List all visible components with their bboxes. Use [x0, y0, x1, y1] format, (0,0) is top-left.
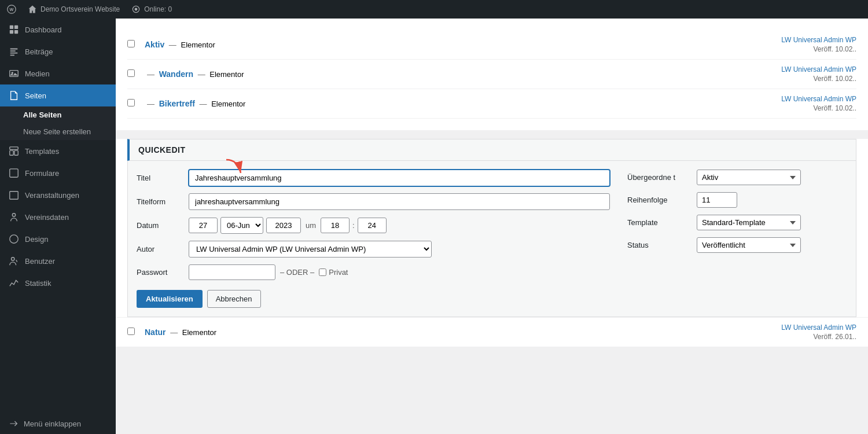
checkbox-bikertreff-input[interactable] — [127, 99, 135, 106]
qe-row-titelform: Titelform — [137, 193, 610, 210]
date-hour-input[interactable] — [321, 218, 350, 233]
svg-rect-6 — [10, 30, 13, 34]
page-author-natur[interactable]: LW Universal Admin WP — [781, 323, 856, 332]
date-day-input[interactable] — [189, 218, 218, 233]
titelform-input[interactable] — [189, 193, 610, 210]
page-right-bikertreff: LW Universal Admin WP Veröff. 10.02.. — [781, 95, 856, 112]
sidebar-item-veranstaltungen[interactable]: Veranstaltungen — [0, 184, 116, 206]
page-suffix-natur: Elementor — [182, 328, 216, 337]
page-date-bikertreff: Veröff. 10.02.. — [813, 104, 856, 112]
password-input[interactable] — [189, 264, 275, 280]
template-select[interactable]: Standard-Template — [697, 215, 801, 230]
svg-point-16 — [12, 258, 14, 260]
quickedit-header: QUICKEDIT — [127, 139, 856, 161]
autor-select[interactable]: LW Universal Admin WP (LW Universal Admi… — [189, 241, 432, 258]
checkbox-aktiv[interactable] — [127, 40, 139, 49]
qe-row-status: Status Veröffentlicht — [627, 237, 847, 253]
forms-icon — [9, 168, 19, 178]
checkbox-wandern-input[interactable] — [127, 69, 135, 77]
page-author-aktiv[interactable]: LW Universal Admin WP — [781, 36, 856, 44]
checkbox-wandern[interactable] — [127, 69, 139, 79]
dashboard-icon — [9, 24, 19, 35]
page-author-bikertreff[interactable]: LW Universal Admin WP — [781, 95, 856, 103]
sidebar-item-statistik[interactable]: Statistik — [0, 272, 116, 294]
sidebar-item-formulare[interactable]: Formulare — [0, 162, 116, 184]
sidebar-item-formulare-label: Formulare — [25, 169, 59, 178]
site-name-item[interactable]: Demo Ortsverein Website — [28, 5, 120, 14]
svg-rect-12 — [14, 150, 18, 155]
sidebar-item-design[interactable]: Design — [0, 228, 116, 250]
qe-label-datum: Datum — [137, 221, 183, 230]
separator-bikertreff: — — [200, 100, 209, 108]
titel-input[interactable] — [189, 170, 610, 186]
home-icon — [28, 5, 37, 14]
status-select[interactable]: Veröffentlicht — [697, 237, 801, 253]
online-label: Online: 0 — [144, 5, 172, 13]
date-minute-input[interactable] — [358, 218, 387, 233]
page-author-wandern[interactable]: LW Universal Admin WP — [781, 65, 856, 73]
uebergeordnet-select[interactable]: Aktiv — [697, 170, 801, 185]
qe-row-passwort: Passwort – ODER – Privat — [137, 264, 610, 280]
page-title-aktiv: Aktiv — Elementor — [145, 40, 215, 49]
quickedit-body: Titel — [127, 161, 856, 317]
date-month-select[interactable]: 06-Jun — [220, 217, 263, 234]
wp-logo-item[interactable]: W — [7, 5, 16, 14]
page-date-aktiv: Veröff. 10.02.. — [813, 45, 856, 53]
sidebar-item-dashboard[interactable]: Dashboard — [0, 19, 116, 41]
page-date-natur: Veröff. 26.01.. — [813, 333, 856, 341]
checkbox-aktiv-input[interactable] — [127, 40, 135, 47]
design-icon — [9, 234, 19, 244]
sidebar-item-benutzer-label: Benutzer — [25, 257, 55, 266]
sidebar-item-templates[interactable]: Templates — [0, 140, 116, 162]
page-link-bikertreff[interactable]: Bikertreff — [159, 99, 195, 108]
stats-icon — [9, 278, 19, 288]
page-link-natur[interactable]: Natur — [145, 328, 166, 337]
um-label: um — [306, 221, 316, 230]
qe-label-passwort: Passwort — [137, 268, 183, 277]
qe-row-datum: Datum 06-Jun um : — [137, 217, 610, 234]
page-link-wandern[interactable]: Wandern — [159, 69, 193, 79]
sidebar-item-templates-label: Templates — [25, 147, 59, 156]
page-suffix-bikertreff: Elementor — [211, 100, 245, 108]
time-separator: : — [352, 221, 355, 230]
sidebar-subitem-neue-seite[interactable]: Neue Seite erstellen — [0, 123, 116, 140]
abbrechen-button[interactable]: Abbrechen — [207, 290, 261, 308]
page-link-aktiv[interactable]: Aktiv — [145, 40, 164, 49]
topbar: W Demo Ortsverein Website Online: 0 — [0, 0, 868, 19]
menu-collapse-button[interactable]: Menü einklappen — [0, 413, 116, 434]
qe-row-template: Template Standard-Template — [627, 215, 847, 230]
online-item: Online: 0 — [131, 5, 172, 14]
sidebar-item-vereinsdaten-label: Vereinsdaten — [25, 213, 69, 222]
checkbox-natur-input[interactable] — [127, 328, 135, 335]
sidebar-item-seiten-label: Seiten — [25, 91, 46, 100]
quickedit-left: Titel — [137, 170, 610, 308]
collapse-label: Menü einklappen — [24, 420, 81, 428]
site-name: Demo Ortsverein Website — [41, 5, 120, 13]
checkbox-bikertreff[interactable] — [127, 99, 139, 108]
sidebar-item-medien[interactable]: Medien — [0, 62, 116, 84]
sidebar-item-benutzer[interactable]: Benutzer — [0, 250, 116, 272]
btn-row: Aktualisieren Abbrechen — [137, 290, 610, 308]
svg-text:W: W — [10, 7, 14, 12]
page-title-wandern: — Wandern — Elementor — [145, 69, 244, 79]
qe-row-reihenfolge: Reihenfolge — [627, 192, 847, 208]
page-row-aktiv: Aktiv — Elementor LW Universal Admin WP … — [127, 30, 856, 60]
qe-label-template: Template — [627, 218, 691, 227]
svg-rect-7 — [14, 30, 18, 34]
sidebar-item-beitraege-label: Beiträge — [25, 47, 53, 56]
page-row-wandern: — Wandern — Elementor LW Universal Admin… — [127, 60, 856, 89]
checkbox-natur[interactable] — [127, 328, 139, 337]
sidebar-item-beitraege[interactable]: Beiträge — [0, 41, 116, 62]
reihenfolge-input[interactable] — [697, 192, 737, 208]
sidebar-item-vereinsdaten[interactable]: Vereinsdaten — [0, 206, 116, 228]
password-row: – ODER – Privat — [189, 264, 348, 280]
privat-checkbox[interactable] — [319, 269, 326, 276]
page-right-wandern: LW Universal Admin WP Veröff. 10.02.. — [781, 65, 856, 83]
sidebar-item-seiten[interactable]: Seiten — [0, 84, 116, 106]
separator-aktiv: — — [169, 41, 179, 49]
date-year-input[interactable] — [266, 218, 301, 233]
separator-wandern: — — [198, 70, 208, 79]
sidebar-subitem-alle-seiten[interactable]: Alle Seiten — [0, 106, 116, 123]
aktualisieren-button[interactable]: Aktualisieren — [137, 290, 203, 308]
club-icon — [9, 212, 19, 222]
